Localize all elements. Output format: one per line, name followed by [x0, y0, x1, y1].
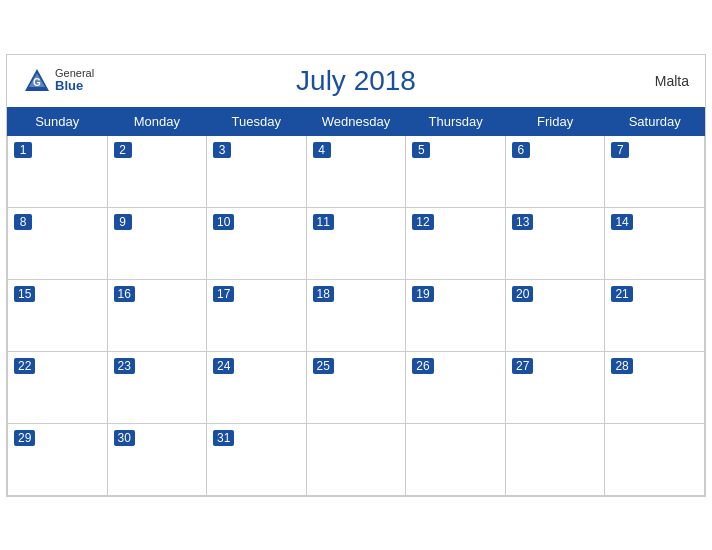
calendar-cell	[505, 423, 604, 495]
day-number: 2	[114, 142, 132, 158]
calendar-cell: 27	[505, 351, 604, 423]
svg-text:G: G	[33, 77, 41, 88]
weekday-header-row: Sunday Monday Tuesday Wednesday Thursday…	[8, 107, 705, 135]
calendar-cell: 18	[306, 279, 406, 351]
calendar-cell: 6	[505, 135, 604, 207]
calendar-cell: 30	[107, 423, 207, 495]
day-number: 16	[114, 286, 135, 302]
calendar-cell: 7	[605, 135, 705, 207]
day-number: 1	[14, 142, 32, 158]
day-number: 5	[412, 142, 430, 158]
day-number: 15	[14, 286, 35, 302]
logo-text: General Blue	[55, 67, 94, 93]
day-number: 29	[14, 430, 35, 446]
calendar-container: G General Blue July 2018 Malta Sunday Mo…	[6, 54, 706, 497]
day-number: 7	[611, 142, 629, 158]
day-number: 13	[512, 214, 533, 230]
calendar-week-row-4: 22232425262728	[8, 351, 705, 423]
calendar-cell	[306, 423, 406, 495]
header-saturday: Saturday	[605, 107, 705, 135]
calendar-body: 1234567891011121314151617181920212223242…	[8, 135, 705, 495]
day-number: 11	[313, 214, 334, 230]
calendar-cell: 15	[8, 279, 108, 351]
calendar-cell: 10	[207, 207, 307, 279]
calendar-thead: Sunday Monday Tuesday Wednesday Thursday…	[8, 107, 705, 135]
calendar-cell: 22	[8, 351, 108, 423]
calendar-title: July 2018	[296, 65, 416, 97]
calendar-cell	[406, 423, 506, 495]
calendar-cell: 9	[107, 207, 207, 279]
logo-blue-text: Blue	[55, 79, 94, 93]
header-thursday: Thursday	[406, 107, 506, 135]
day-number: 14	[611, 214, 632, 230]
calendar-week-row-1: 1234567	[8, 135, 705, 207]
calendar-cell: 16	[107, 279, 207, 351]
calendar-cell: 19	[406, 279, 506, 351]
header-wednesday: Wednesday	[306, 107, 406, 135]
calendar-cell: 4	[306, 135, 406, 207]
header-monday: Monday	[107, 107, 207, 135]
day-number: 6	[512, 142, 530, 158]
day-number: 10	[213, 214, 234, 230]
calendar-cell: 3	[207, 135, 307, 207]
calendar-week-row-5: 293031	[8, 423, 705, 495]
day-number: 28	[611, 358, 632, 374]
country-label: Malta	[655, 73, 689, 89]
calendar-cell: 20	[505, 279, 604, 351]
day-number: 18	[313, 286, 334, 302]
day-number: 20	[512, 286, 533, 302]
day-number: 17	[213, 286, 234, 302]
calendar-cell: 12	[406, 207, 506, 279]
day-number: 12	[412, 214, 433, 230]
logo: G General Blue	[23, 67, 94, 95]
day-number: 27	[512, 358, 533, 374]
calendar-table: Sunday Monday Tuesday Wednesday Thursday…	[7, 107, 705, 496]
calendar-cell: 11	[306, 207, 406, 279]
calendar-cell: 13	[505, 207, 604, 279]
calendar-cell: 25	[306, 351, 406, 423]
day-number: 24	[213, 358, 234, 374]
header-friday: Friday	[505, 107, 604, 135]
day-number: 4	[313, 142, 331, 158]
calendar-week-row-3: 15161718192021	[8, 279, 705, 351]
day-number: 9	[114, 214, 132, 230]
calendar-cell: 5	[406, 135, 506, 207]
calendar-week-row-2: 891011121314	[8, 207, 705, 279]
calendar-cell: 1	[8, 135, 108, 207]
day-number: 23	[114, 358, 135, 374]
day-number: 31	[213, 430, 234, 446]
day-number: 30	[114, 430, 135, 446]
day-number: 26	[412, 358, 433, 374]
header-tuesday: Tuesday	[207, 107, 307, 135]
calendar-cell: 23	[107, 351, 207, 423]
logo-icon: G	[23, 67, 51, 95]
calendar-header: G General Blue July 2018 Malta	[7, 55, 705, 107]
calendar-cell: 14	[605, 207, 705, 279]
calendar-cell: 8	[8, 207, 108, 279]
calendar-cell: 17	[207, 279, 307, 351]
calendar-cell: 26	[406, 351, 506, 423]
calendar-cell: 31	[207, 423, 307, 495]
day-number: 25	[313, 358, 334, 374]
day-number: 8	[14, 214, 32, 230]
day-number: 21	[611, 286, 632, 302]
calendar-cell: 28	[605, 351, 705, 423]
calendar-cell: 24	[207, 351, 307, 423]
calendar-cell	[605, 423, 705, 495]
day-number: 3	[213, 142, 231, 158]
calendar-cell: 21	[605, 279, 705, 351]
day-number: 22	[14, 358, 35, 374]
calendar-cell: 29	[8, 423, 108, 495]
calendar-cell: 2	[107, 135, 207, 207]
day-number: 19	[412, 286, 433, 302]
header-sunday: Sunday	[8, 107, 108, 135]
